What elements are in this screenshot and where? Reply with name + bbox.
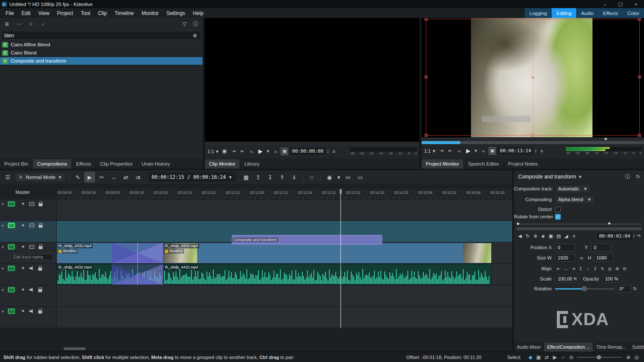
transform-handle-topright[interactable]	[638, 18, 641, 21]
timeline-ruler[interactable]: 00:08:0400:08:1600:09:0300:09:1500:10:02…	[57, 189, 512, 199]
track-effects-icon[interactable]: ✦	[21, 265, 25, 271]
insert-mode-icon[interactable]: ▶	[551, 354, 559, 360]
workspace-tab-audio[interactable]: Audio	[576, 8, 598, 18]
menu-item[interactable]: Tool	[77, 8, 94, 18]
refresh-icon[interactable]: ↻	[635, 173, 641, 180]
zoom-in-icon[interactable]: ⊕	[624, 354, 632, 360]
tab-effect-composition[interactable]: Effect/Composition ...	[544, 342, 593, 352]
use-zone-icon[interactable]: ▣	[535, 354, 543, 360]
master-button[interactable]: Master	[15, 190, 30, 195]
insert-zone-icon[interactable]: ↥	[253, 172, 263, 182]
lock-track-icon[interactable]	[39, 225, 43, 228]
tab-library[interactable]: Library	[240, 159, 264, 169]
keyframe-zone-bar[interactable]	[516, 227, 641, 230]
audio-track-icon[interactable]	[29, 266, 34, 271]
composition-clip[interactable]: Composite and transform	[232, 235, 382, 244]
playhead-marker-icon[interactable]	[604, 138, 608, 141]
master-effects-icon[interactable]: ≔	[343, 172, 353, 182]
workspace-tab-effects[interactable]: Effects	[598, 8, 623, 18]
zone-out-icon[interactable]: ⇤	[447, 147, 454, 155]
favorite-effects-icon[interactable]: ☆	[307, 172, 317, 182]
scale-input[interactable]	[555, 275, 579, 283]
zoombar-toggle-icon[interactable]: ▣	[489, 147, 496, 155]
crossfade-mix[interactable]	[112, 243, 163, 263]
mixed-selection-icon[interactable]: ⇄	[543, 354, 551, 360]
align-top-icon[interactable]: ↥	[577, 265, 584, 272]
favorites-icon[interactable]: ☆	[27, 21, 34, 27]
menu-item[interactable]: View	[34, 8, 53, 18]
monitor-menu-icon[interactable]: ≡	[538, 147, 545, 155]
ripple-tool-icon[interactable]: ⇉	[133, 172, 143, 182]
zoom-fit-icon[interactable]: ◎	[632, 354, 641, 360]
video-clip[interactable]: th_uhdp_4432.mp4 BoxBlur	[163, 243, 492, 263]
zoom-in-icon[interactable]: ⊕	[614, 265, 621, 272]
search-input[interactable]	[4, 33, 190, 39]
tab-audio-mixer[interactable]: Audio Mixer	[514, 342, 544, 352]
transform-handle-right[interactable]	[638, 75, 641, 78]
snap-icon[interactable]: ∩	[559, 354, 567, 360]
track-effects-icon[interactable]: ✦	[21, 201, 25, 207]
timeline-zoom-slider[interactable]	[577, 355, 623, 360]
menu-item[interactable]: Edit	[18, 8, 34, 18]
align-right-icon[interactable]: ⇥	[570, 265, 577, 272]
track-badge[interactable]: A1	[8, 265, 15, 271]
timeline-marker-icon[interactable]: ◆	[526, 354, 535, 360]
workspace-tab-editing[interactable]: Editing	[552, 8, 576, 18]
filter-icon[interactable]: ▽	[181, 21, 188, 27]
track-header-a2[interactable]: ▾ A2 ✦	[0, 285, 57, 306]
track-badge[interactable]: A2	[8, 287, 15, 293]
tab-clip-properties[interactable]: Clip Properties	[96, 159, 137, 169]
info-icon[interactable]: ⓘ	[624, 173, 631, 180]
menu-item[interactable]: Monitor	[138, 8, 163, 18]
download-icon[interactable]: ↓	[39, 21, 46, 27]
audio-clip[interactable]: th_uhdp_4432.mp4	[163, 264, 492, 285]
forward-icon[interactable]: »	[272, 148, 279, 155]
tab-compositions[interactable]: Compositions	[33, 159, 72, 169]
smooth-keyframe-icon[interactable]: ↷	[635, 232, 642, 239]
transform-handle-left[interactable]	[425, 75, 428, 78]
more-options-icon[interactable]: ⋯	[15, 21, 22, 27]
compositing-dropdown[interactable]: Alpha blend ▾	[555, 196, 594, 204]
rotate-from-center-checkbox[interactable]: ✓	[555, 214, 561, 220]
extract-zone-icon[interactable]: ↧	[265, 172, 275, 182]
transform-frame[interactable]: ×	[426, 19, 640, 136]
zoom-out-icon[interactable]: ⊖	[621, 265, 628, 272]
playhead[interactable]	[340, 189, 341, 328]
project-monitor-ruler[interactable]	[422, 137, 644, 141]
play-icon[interactable]: ▶	[465, 147, 472, 155]
view-mode-icon[interactable]: ≣	[3, 21, 10, 27]
position-x-input[interactable]	[555, 244, 575, 251]
align-left-icon[interactable]: ⇤	[555, 265, 562, 272]
align-hcenter-icon[interactable]: ↔	[562, 265, 570, 272]
track-effects-icon[interactable]: ✦	[21, 287, 25, 293]
zoom-out-icon[interactable]: ⊖	[567, 354, 575, 360]
tab-effects[interactable]: Effects	[72, 159, 96, 169]
edit-mode-dropdown[interactable]: ≡ Normal Mode ▾	[15, 172, 65, 182]
timecode-spinner[interactable]: ▴ ▾	[327, 149, 328, 154]
tab-undo-history[interactable]: Undo History	[137, 159, 175, 169]
track-badge[interactable]: A3	[8, 308, 15, 314]
forward-icon[interactable]: »	[480, 147, 487, 155]
track-badge[interactable]: V1	[8, 244, 15, 250]
timecode-spinner[interactable]: ▴ ▾	[535, 149, 536, 153]
track-badge[interactable]: V3	[8, 201, 15, 207]
collapse-track-icon[interactable]: ▾	[2, 288, 8, 292]
spin-down-icon[interactable]: ▾	[535, 151, 536, 153]
timeline-settings-icon[interactable]: ☰	[3, 172, 13, 182]
collapse-track-icon[interactable]: ▾	[2, 309, 8, 314]
composition-track-dropdown[interactable]: Automatic ▾	[555, 185, 590, 193]
paste-keyframes-icon[interactable]: ▤	[555, 232, 562, 239]
monitor-zoom-select[interactable]: 1:1 ▾	[207, 148, 219, 155]
timeline-timecode-display[interactable]: 00:00:12:15 / 00:00:16:24 ▾	[148, 172, 236, 182]
zoombar-fill[interactable]	[422, 141, 460, 144]
play-options-icon[interactable]: ▾	[266, 148, 270, 155]
close-button[interactable]: ×	[629, 0, 642, 8]
transform-handle-bottomleft[interactable]	[425, 134, 428, 137]
align-bottom-icon[interactable]: ↧	[592, 265, 599, 272]
video-track-icon[interactable]	[29, 245, 34, 249]
track-a2-content[interactable]	[57, 285, 512, 306]
transform-center-handle[interactable]: ×	[531, 74, 535, 81]
rotate-icon[interactable]: ↻	[599, 265, 606, 272]
tab-project-notes[interactable]: Project Notes	[504, 159, 543, 169]
keyframe-menu-icon[interactable]: ≡	[571, 232, 577, 239]
